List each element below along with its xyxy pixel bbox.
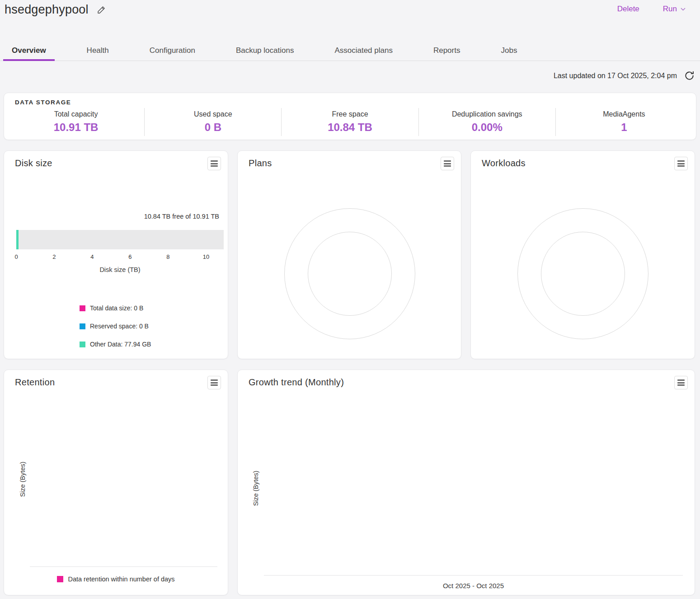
legend-label: Other Data: 77.94 GB xyxy=(90,341,151,348)
metric-value: 10.84 TB xyxy=(328,121,372,134)
retention-menu-button[interactable] xyxy=(207,376,221,389)
tab-health[interactable]: Health xyxy=(78,40,117,61)
metric-mediaagents: MediaAgents 1 xyxy=(555,108,692,136)
workloads-card-title: Workloads xyxy=(482,158,526,168)
hamburger-icon xyxy=(211,160,218,162)
legend-swatch xyxy=(57,576,63,582)
delete-button-label: Delete xyxy=(617,5,639,14)
tab-reports-label: Reports xyxy=(433,46,460,55)
workloads-donut-chart xyxy=(517,208,648,339)
plans-donut-chart xyxy=(284,208,415,339)
plans-card: Plans xyxy=(237,150,461,359)
legend-item-reserved-space[interactable]: Reserved space: 0 B xyxy=(80,323,151,330)
data-storage-card: DATA STORAGE Total capacity 10.91 TB Use… xyxy=(4,93,696,140)
retention-legend: Data retention within number of days xyxy=(4,576,228,583)
metric-label: MediaAgents xyxy=(603,110,645,118)
legend-item-data-retention[interactable]: Data retention within number of days xyxy=(57,576,174,583)
edit-name-button[interactable] xyxy=(97,5,106,14)
legend-swatch xyxy=(80,342,85,347)
retention-yaxis-label: Size (Bytes) xyxy=(19,462,26,497)
metric-label: Used space xyxy=(194,110,232,118)
tab-backup-locations[interactable]: Backup locations xyxy=(227,40,303,61)
metric-label: Deduplication savings xyxy=(452,110,522,118)
last-updated-row: Last updated on 17 Oct 2025, 2:04 pm xyxy=(554,70,695,81)
metric-value: 10.91 TB xyxy=(54,121,99,134)
tab-jobs-label: Jobs xyxy=(501,46,517,55)
legend-label: Reserved space: 0 B xyxy=(90,323,149,330)
tab-reports[interactable]: Reports xyxy=(425,40,469,61)
growth-trend-menu-button[interactable] xyxy=(674,376,688,389)
tab-health-label: Health xyxy=(87,46,109,55)
legend-swatch xyxy=(80,323,85,329)
page-title: hsedgephypool xyxy=(5,3,89,17)
metric-label: Free space xyxy=(332,110,368,118)
retention-xaxis-line xyxy=(30,566,217,567)
axis-tick: 2 xyxy=(52,253,56,260)
disk-free-annotation: 10.84 TB free of 10.91 TB xyxy=(144,213,219,220)
disk-size-card-title: Disk size xyxy=(15,158,52,168)
disk-size-card: Disk size 10.84 TB free of 10.91 TB 0 2 … xyxy=(4,150,228,359)
axis-tick: 6 xyxy=(128,253,132,260)
data-storage-metrics: Total capacity 10.91 TB Used space 0 B F… xyxy=(8,108,692,136)
tab-associated-plans-label: Associated plans xyxy=(334,46,393,55)
tab-configuration-label: Configuration xyxy=(150,46,195,55)
hamburger-icon xyxy=(444,160,451,162)
storage-pool-overview-page: hsedgephypool Delete Run xyxy=(0,0,700,599)
tab-overview-label: Overview xyxy=(12,46,46,55)
header-actions: Delete Run xyxy=(617,5,686,14)
tab-associated-plans[interactable]: Associated plans xyxy=(326,40,401,61)
plans-card-title: Plans xyxy=(249,158,272,168)
workloads-menu-button[interactable] xyxy=(674,157,688,170)
growth-trend-yaxis-label: Size (Bytes) xyxy=(252,471,259,506)
legend-item-other-data[interactable]: Other Data: 77.94 GB xyxy=(80,341,151,348)
other-data-segment xyxy=(16,230,19,249)
tab-configuration[interactable]: Configuration xyxy=(141,40,204,61)
refresh-button[interactable] xyxy=(684,70,695,81)
axis-tick: 4 xyxy=(90,253,94,260)
legend-label: Data retention within number of days xyxy=(68,576,174,583)
data-storage-section-label: DATA STORAGE xyxy=(15,99,71,106)
metric-deduplication-savings: Deduplication savings 0.00% xyxy=(418,108,555,136)
last-updated-text: Last updated on 17 Oct 2025, 2:04 pm xyxy=(554,72,677,80)
metric-label: Total capacity xyxy=(54,110,98,118)
disk-size-legend: Total data size: 0 B Reserved space: 0 B… xyxy=(80,304,151,348)
axis-tick: 8 xyxy=(166,253,169,260)
metric-value: 0.00% xyxy=(472,121,503,134)
axis-tick: 10 xyxy=(203,253,209,260)
legend-swatch xyxy=(80,305,85,311)
metric-total-capacity: Total capacity 10.91 TB xyxy=(8,108,144,136)
metric-value: 0 B xyxy=(205,121,221,134)
tab-bar: Overview Health Configuration Backup loc… xyxy=(0,40,700,61)
metric-free-space: Free space 10.84 TB xyxy=(281,108,418,136)
disk-size-axis-ticks: 0 2 4 6 8 10 xyxy=(16,253,224,262)
retention-card-title: Retention xyxy=(15,377,55,388)
run-button[interactable]: Run xyxy=(663,5,686,14)
legend-item-total-data-size[interactable]: Total data size: 0 B xyxy=(80,304,151,312)
delete-button[interactable]: Delete xyxy=(617,5,639,14)
tab-overview[interactable]: Overview xyxy=(3,40,55,61)
page-header: hsedgephypool Delete Run xyxy=(0,0,700,23)
axis-tick: 0 xyxy=(14,253,18,260)
retention-card: Retention Size (Bytes) Data retention wi… xyxy=(4,370,228,595)
title-row: hsedgephypool xyxy=(5,3,106,17)
tab-backup-locations-label: Backup locations xyxy=(236,46,294,55)
tab-jobs[interactable]: Jobs xyxy=(492,40,526,61)
growth-trend-card-title: Growth trend (Monthly) xyxy=(249,377,344,388)
plans-donut-inner-ring xyxy=(308,232,392,316)
refresh-icon xyxy=(684,70,695,81)
disk-size-menu-button[interactable] xyxy=(207,157,221,170)
legend-label: Total data size: 0 B xyxy=(90,304,143,312)
workloads-card: Workloads xyxy=(470,150,695,359)
metric-value: 1 xyxy=(621,121,627,134)
hamburger-icon xyxy=(677,160,685,162)
workloads-donut-inner-ring xyxy=(541,232,625,316)
run-button-label: Run xyxy=(663,5,677,14)
growth-trend-xaxis-label: Oct 2025 - Oct 2025 xyxy=(264,582,683,590)
hamburger-icon xyxy=(211,379,218,381)
chevron-down-icon xyxy=(681,8,686,11)
plans-menu-button[interactable] xyxy=(441,157,454,170)
disk-size-xaxis-label: Disk size (TB) xyxy=(16,266,224,273)
disk-size-bar xyxy=(16,230,224,249)
pencil-icon xyxy=(97,5,106,14)
metric-used-space: Used space 0 B xyxy=(144,108,281,136)
